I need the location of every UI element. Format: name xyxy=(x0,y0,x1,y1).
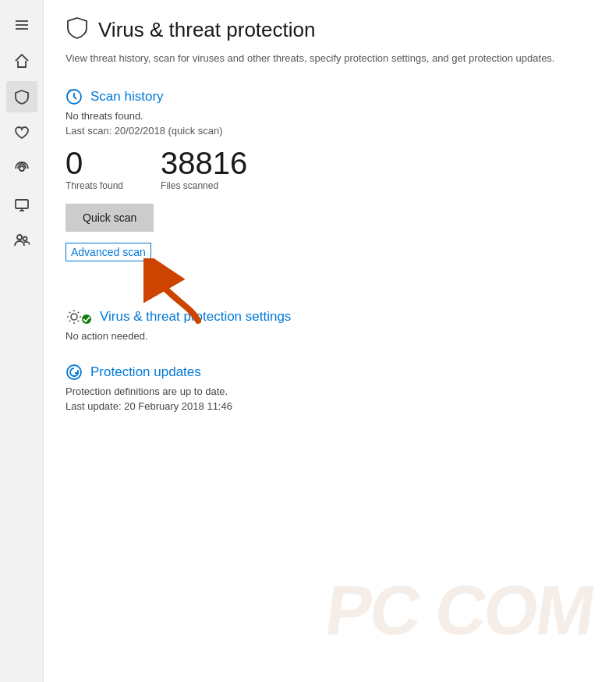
protection-updates-title: Protection updates xyxy=(90,364,201,380)
scan-history-section: Scan history No threats found. Last scan… xyxy=(65,88,591,286)
advanced-scan-link[interactable]: Advanced scan xyxy=(65,243,151,261)
files-scanned-number: 38816 xyxy=(161,146,247,180)
sidebar-item-screen[interactable] xyxy=(6,189,37,220)
sidebar-item-health[interactable] xyxy=(6,117,37,148)
advanced-scan-container: Advanced scan xyxy=(65,243,151,261)
page-shield-icon xyxy=(65,16,89,44)
svg-point-12 xyxy=(82,314,91,324)
scan-status: No threats found. xyxy=(65,110,591,122)
protection-updates-icon xyxy=(65,364,83,381)
files-scanned-label: Files scanned xyxy=(161,180,247,191)
stats-row: 0 Threats found 38816 Files scanned xyxy=(65,146,591,191)
files-scanned-stat: 38816 Files scanned xyxy=(161,146,247,191)
scan-history-title-row: Scan history xyxy=(65,88,591,105)
sidebar-item-shield[interactable] xyxy=(6,81,37,112)
sidebar xyxy=(0,0,44,682)
page-title-row: Virus & threat protection xyxy=(65,16,591,44)
svg-point-13 xyxy=(67,365,81,379)
protection-settings-icon xyxy=(65,308,92,325)
watermark: PC COM xyxy=(320,570,598,651)
protection-settings-status: No action needed. xyxy=(65,330,591,342)
svg-point-7 xyxy=(17,235,22,240)
threats-found-number: 0 xyxy=(65,146,123,180)
main-content: Virus & threat protection View threat hi… xyxy=(44,0,616,682)
quick-scan-button[interactable]: Quick scan xyxy=(65,204,154,232)
sidebar-item-home[interactable] xyxy=(6,45,37,76)
sidebar-item-network[interactable] xyxy=(6,153,37,184)
sidebar-menu[interactable] xyxy=(6,9,37,41)
page-title: Virus & threat protection xyxy=(98,18,315,42)
sidebar-item-family[interactable] xyxy=(6,225,37,256)
svg-rect-4 xyxy=(16,200,28,208)
svg-point-8 xyxy=(23,237,27,241)
page-subtitle: View threat history, scan for viruses an… xyxy=(65,51,591,66)
protection-updates-status: Protection definitions are up to date. xyxy=(65,385,591,397)
protection-updates-title-row: Protection updates xyxy=(65,364,591,381)
svg-point-11 xyxy=(71,314,77,320)
threats-found-label: Threats found xyxy=(65,180,123,191)
arrow-pointer xyxy=(143,258,206,321)
last-scan-info: Last scan: 20/02/2018 (quick scan) xyxy=(65,125,591,137)
protection-updates-section: Protection updates Protection definition… xyxy=(65,364,591,412)
protection-updates-last-update: Last update: 20 February 2018 11:46 xyxy=(65,400,591,412)
threats-found-stat: 0 Threats found xyxy=(65,146,123,191)
scan-history-title: Scan history xyxy=(90,89,164,105)
scan-history-icon xyxy=(65,88,83,105)
svg-point-3 xyxy=(19,166,24,171)
